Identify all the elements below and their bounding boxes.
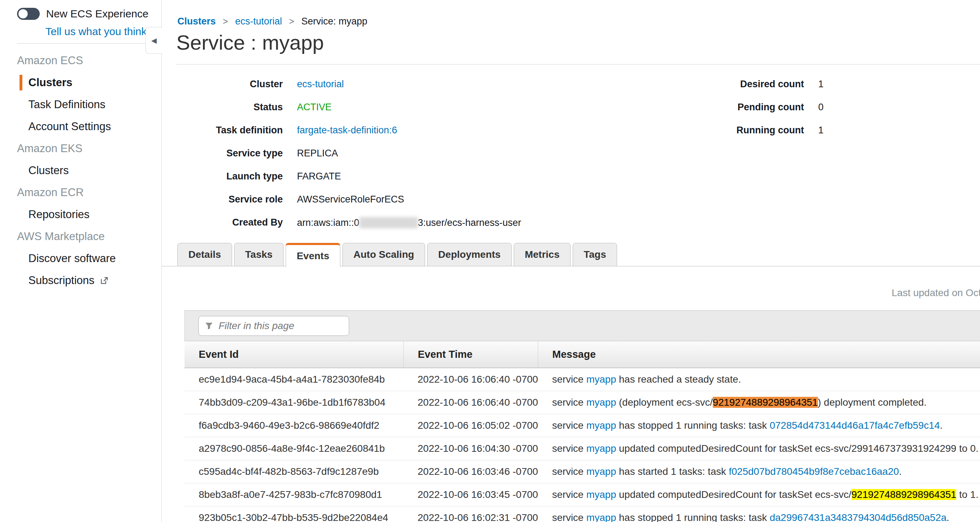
detail-value-launch-type: FARGATE xyxy=(297,171,341,182)
column-header-message: Message xyxy=(538,341,980,368)
column-header-event-id: Event Id xyxy=(185,341,403,368)
find-highlight-current: 9219274889298964351 xyxy=(713,397,818,408)
sidebar-label: Account Settings xyxy=(29,120,111,133)
message-link[interactable]: f025d07bd780454b9f8e7cebac16aa20 xyxy=(729,466,899,477)
detail-value-desired-count: 1 xyxy=(818,79,824,90)
sidebar-collapse-button[interactable]: ◀ xyxy=(145,27,162,54)
sidebar-label: Clusters xyxy=(29,76,72,89)
detail-label: Pending count xyxy=(694,102,804,113)
event-id-cell: 923b05c1-30b2-47bb-b535-9d2be22084e4 xyxy=(185,506,403,522)
filter-input[interactable] xyxy=(218,320,343,332)
event-time-cell: 2022-10-06 16:03:45 -0700 xyxy=(403,483,538,506)
detail-label: Task definition xyxy=(162,125,283,136)
event-time-cell: 2022-10-06 16:03:46 -0700 xyxy=(403,460,538,483)
sidebar-item-task-definitions[interactable]: Task Definitions xyxy=(0,94,161,116)
sidebar-label: Amazon ECS xyxy=(17,54,83,67)
message-link[interactable]: myapp xyxy=(586,512,616,522)
event-message-cell: service myapp has reached a steady state… xyxy=(538,368,980,391)
detail-value-cluster: ecs-tutorial xyxy=(297,79,344,90)
event-row: f6a9cdb3-9460-49e3-b2c6-98669e40fdf22022… xyxy=(185,414,980,437)
column-header-event-time: Event Time xyxy=(403,341,538,368)
detail-row-launch-type: Launch typeFARGATE xyxy=(162,165,521,188)
events-toolbar xyxy=(185,310,980,341)
sidebar-item-account-settings[interactable]: Account Settings xyxy=(0,116,161,138)
tab-auto-scaling[interactable]: Auto Scaling xyxy=(342,243,425,266)
tab-deployments[interactable]: Deployments xyxy=(427,243,512,266)
page-title: Service : myapp xyxy=(177,30,324,54)
detail-row-task-definition: Task definitionfargate-task-definition:6 xyxy=(162,119,521,142)
sidebar-item-clusters[interactable]: Clusters xyxy=(0,160,161,182)
sidebar-divider xyxy=(17,43,151,44)
events-table-body: ec9e1d94-9aca-45b4-a4a1-7823030fe84b2022… xyxy=(185,368,980,522)
event-id-cell: 8beb3a8f-a0e7-4257-983b-c7fc870980d1 xyxy=(185,483,403,506)
sidebar-item-discover-software[interactable]: Discover software xyxy=(0,248,161,270)
message-link[interactable]: myapp xyxy=(586,374,616,385)
event-row: 74bb3d09-c209-43a1-96be-1db1f6783b042022… xyxy=(185,391,980,414)
sidebar-item-clusters[interactable]: Clusters xyxy=(0,71,161,94)
tab-details[interactable]: Details xyxy=(177,243,232,266)
sidebar-item-subscriptions[interactable]: Subscriptions xyxy=(0,270,161,292)
detail-value-service-role: AWSServiceRoleForECS xyxy=(297,194,404,205)
sidebar-label: Clusters xyxy=(29,164,69,177)
sidebar-label: Repositories xyxy=(29,208,89,221)
new-ecs-experience-row: New ECS Experience xyxy=(17,8,148,20)
event-row: 8beb3a8f-a0e7-4257-983b-c7fc870980d12022… xyxy=(185,483,980,506)
detail-value-status: ACTIVE xyxy=(297,102,332,113)
sidebar-label: Discover software xyxy=(29,252,116,265)
detail-row-service-role: Service roleAWSServiceRoleForECS xyxy=(162,188,521,211)
tab-tasks[interactable]: Tasks xyxy=(234,243,283,266)
event-id-cell: c595ad4c-bf4f-482b-8563-7df9c1287e9b xyxy=(185,460,403,483)
sidebar-label: Task Definitions xyxy=(29,98,105,111)
detail-row-pending-count: Pending count0 xyxy=(694,96,824,119)
message-link[interactable]: myapp xyxy=(586,489,616,500)
message-link[interactable]: myapp xyxy=(586,466,616,477)
service-counts: Desired count1Pending count0Running coun… xyxy=(694,73,824,142)
tab-bar: DetailsTasksEventsAuto ScalingDeployment… xyxy=(177,243,617,266)
sidebar-label: AWS Marketplace xyxy=(17,230,105,243)
breadcrumb-ecs-tutorial[interactable]: ecs-tutorial xyxy=(235,16,282,27)
sidebar-section-aws-marketplace: AWS Marketplace xyxy=(0,225,161,248)
event-time-cell: 2022-10-06 16:05:02 -0700 xyxy=(403,414,538,437)
detail-row-created-by: Created Byarn:aws:iam::03:user/ecs-harne… xyxy=(162,211,521,234)
events-header-row: Event Id Event Time Message xyxy=(185,341,980,368)
event-time-cell: 2022-10-06 16:02:31 -0700 xyxy=(403,506,538,522)
breadcrumb: Clusters>ecs-tutorial>Service: myapp xyxy=(177,16,367,27)
breadcrumb-separator: > xyxy=(223,16,228,27)
events-panel: Event Id Event Time Message ec9e1d94-9ac… xyxy=(185,310,980,522)
message-link[interactable]: da29967431a3483794304d56d850a52a xyxy=(770,512,946,522)
sidebar-section-amazon-ecr: Amazon ECR xyxy=(0,182,161,203)
event-message-cell: service myapp has stopped 1 running task… xyxy=(538,506,980,522)
detail-value-task-definition: fargate-task-definition:6 xyxy=(297,125,397,136)
detail-label: Desired count xyxy=(694,79,804,90)
message-link[interactable]: myapp xyxy=(586,420,616,431)
breadcrumb-clusters[interactable]: Clusters xyxy=(177,16,216,27)
message-link[interactable]: myapp xyxy=(586,443,616,454)
sidebar-section-amazon-ecs: Amazon ECS xyxy=(0,50,161,71)
detail-value-created-by: arn:aws:iam::03:user/ecs-harness-user xyxy=(297,217,521,228)
event-row: c595ad4c-bf4f-482b-8563-7df9c1287e9b2022… xyxy=(185,460,980,483)
external-link-icon xyxy=(99,276,109,286)
ecs-tutorial-link[interactable]: ecs-tutorial xyxy=(297,79,344,89)
last-updated-text: Last updated on Octob xyxy=(892,287,980,298)
new-ecs-experience-label: New ECS Experience xyxy=(46,8,148,20)
sidebar-label: Amazon EKS xyxy=(17,142,82,155)
new-ecs-experience-toggle[interactable] xyxy=(17,8,40,20)
tell-us-what-you-think-link[interactable]: Tell us what you think xyxy=(45,25,146,38)
events-table: Event Id Event Time Message ec9e1d94-9ac… xyxy=(185,341,980,522)
event-row: ec9e1d94-9aca-45b4-a4a1-7823030fe84b2022… xyxy=(185,368,980,391)
sidebar-item-repositories[interactable]: Repositories xyxy=(0,203,161,225)
detail-row-running-count: Running count1 xyxy=(694,119,824,142)
event-message-cell: service myapp updated computedDesiredCou… xyxy=(538,483,980,506)
tab-tags[interactable]: Tags xyxy=(573,243,617,266)
tab-events[interactable]: Events xyxy=(286,243,340,267)
event-message-cell: service myapp has started 1 tasks: task … xyxy=(538,460,980,483)
message-link[interactable]: 072854d473144d46a17fa4c7efb59c14 xyxy=(770,420,940,431)
detail-row-cluster: Clusterecs-tutorial xyxy=(162,73,521,96)
message-link[interactable]: myapp xyxy=(586,397,616,408)
tab-metrics[interactable]: Metrics xyxy=(514,243,571,266)
event-id-cell: f6a9cdb3-9460-49e3-b2c6-98669e40fdf2 xyxy=(185,414,403,437)
title-divider xyxy=(177,64,980,65)
filter-box xyxy=(198,316,349,336)
event-message-cell: service myapp has stopped 1 running task… xyxy=(538,414,980,437)
fargate-task-definition-6-link[interactable]: fargate-task-definition:6 xyxy=(297,125,397,135)
